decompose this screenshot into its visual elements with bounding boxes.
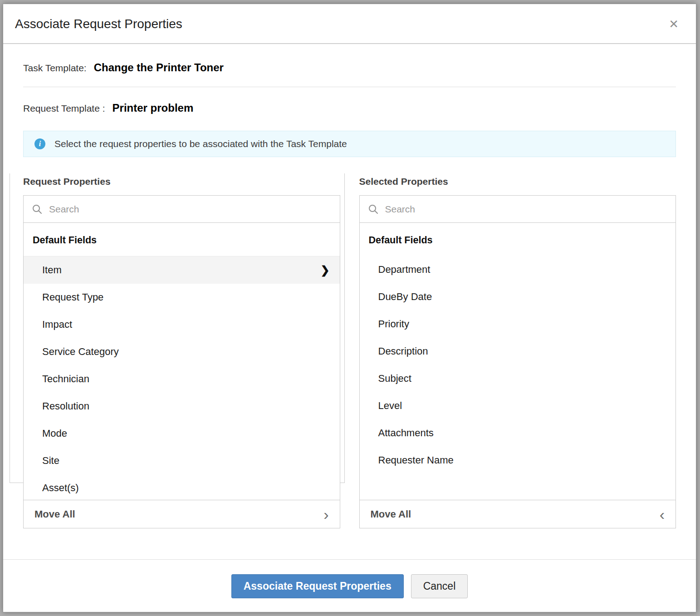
request-properties-column: Request Properties Default Fields Item❯R… xyxy=(23,176,340,528)
request-template-label: Request Template : xyxy=(23,103,105,114)
move-all-label: Move All xyxy=(34,508,75,520)
list-item-resolution[interactable]: Resolution xyxy=(24,393,340,420)
info-icon: i xyxy=(34,138,45,149)
selected-properties-search-row xyxy=(360,196,676,223)
selected-properties-panel: Default Fields DepartmentDueBy DatePrior… xyxy=(359,195,676,528)
group-header-default-fields: Default Fields xyxy=(24,223,340,256)
list-item-dueby-date[interactable]: DueBy Date xyxy=(360,283,676,310)
selected-properties-items: DepartmentDueBy DatePriorityDescriptionS… xyxy=(360,256,676,474)
selected-properties-list: Default Fields DepartmentDueBy DatePrior… xyxy=(360,223,676,500)
request-template-row: Request Template : Printer problem xyxy=(23,87,676,116)
selected-properties-column: Selected Properties Default Fields Depar… xyxy=(359,176,676,528)
list-item-requester-name[interactable]: Requester Name xyxy=(360,447,676,474)
list-item-label: Requester Name xyxy=(378,454,454,466)
selected-properties-heading: Selected Properties xyxy=(359,176,676,187)
list-item-label: Site xyxy=(42,455,59,467)
list-item-priority[interactable]: Priority xyxy=(360,310,676,338)
chevron-left-icon: ‹ xyxy=(660,507,665,522)
list-item-label: Request Type xyxy=(42,291,103,303)
info-banner-text: Select the request properties to be asso… xyxy=(54,138,347,149)
list-item-label: Department xyxy=(378,264,431,276)
list-item-subject[interactable]: Subject xyxy=(360,365,676,392)
move-all-label: Move All xyxy=(371,508,411,520)
list-item-item[interactable]: Item❯ xyxy=(24,256,340,284)
move-all-left-button[interactable]: Move All ‹ xyxy=(360,500,676,528)
dialog-footer: Associate Request Properties Cancel xyxy=(3,559,696,612)
search-icon xyxy=(368,204,379,215)
request-properties-list: Default Fields Item❯Request TypeImpactSe… xyxy=(24,223,340,500)
list-item-label: Impact xyxy=(42,319,72,330)
list-item-technician[interactable]: Technician xyxy=(24,365,340,393)
info-banner: i Select the request properties to be as… xyxy=(23,131,676,157)
search-input[interactable] xyxy=(49,204,332,215)
list-item-department[interactable]: Department xyxy=(360,256,676,283)
task-template-label: Task Template: xyxy=(23,63,87,74)
list-item-label: Priority xyxy=(378,318,409,330)
list-item-label: Item xyxy=(42,264,62,276)
dual-list-columns: Request Properties Default Fields Item❯R… xyxy=(23,176,676,528)
list-item-request-type[interactable]: Request Type xyxy=(24,284,340,311)
dialog-title: Associate Request Properties xyxy=(15,17,182,31)
request-properties-search-row xyxy=(24,196,340,223)
list-item-label: Mode xyxy=(42,428,67,439)
list-item-label: Level xyxy=(378,400,402,412)
move-all-right-button[interactable]: Move All › xyxy=(24,500,340,528)
list-item-description[interactable]: Description xyxy=(360,338,676,365)
list-item-service-category[interactable]: Service Category xyxy=(24,338,340,365)
chevron-right-icon: ❯ xyxy=(320,265,329,276)
list-item-impact[interactable]: Impact xyxy=(24,311,340,338)
dialog-body: Task Template: Change the Printer Toner … xyxy=(3,44,696,559)
search-input[interactable] xyxy=(385,204,668,215)
list-item-attachments[interactable]: Attachments xyxy=(360,419,676,447)
list-item-asset-s[interactable]: Asset(s) xyxy=(24,474,340,500)
task-template-row: Task Template: Change the Printer Toner xyxy=(23,44,676,87)
list-item-mode[interactable]: Mode xyxy=(24,420,340,447)
associate-request-properties-button[interactable]: Associate Request Properties xyxy=(231,574,404,598)
list-item-label: Technician xyxy=(42,373,89,385)
list-item-label: DueBy Date xyxy=(378,291,432,303)
cancel-button[interactable]: Cancel xyxy=(411,574,468,598)
associate-request-properties-dialog: Associate Request Properties ✕ Task Temp… xyxy=(3,4,696,612)
list-item-site[interactable]: Site xyxy=(24,447,340,474)
list-item-label: Attachments xyxy=(378,427,434,439)
request-properties-items: Item❯Request TypeImpactService CategoryT… xyxy=(24,256,340,500)
list-item-label: Asset(s) xyxy=(42,482,79,494)
request-properties-panel: Default Fields Item❯Request TypeImpactSe… xyxy=(23,195,340,528)
list-item-label: Subject xyxy=(378,373,411,384)
task-template-value: Change the Printer Toner xyxy=(94,61,224,74)
list-item-label: Service Category xyxy=(42,346,119,358)
chevron-right-icon: › xyxy=(323,507,328,522)
list-item-level[interactable]: Level xyxy=(360,392,676,419)
request-properties-heading: Request Properties xyxy=(23,176,340,187)
dialog-titlebar: Associate Request Properties ✕ xyxy=(3,4,696,44)
list-item-label: Description xyxy=(378,345,428,357)
list-item-label: Resolution xyxy=(42,400,89,412)
search-icon xyxy=(32,204,43,215)
close-icon[interactable]: ✕ xyxy=(667,17,680,31)
request-template-value: Printer problem xyxy=(113,102,194,114)
group-header-default-fields: Default Fields xyxy=(360,223,676,256)
